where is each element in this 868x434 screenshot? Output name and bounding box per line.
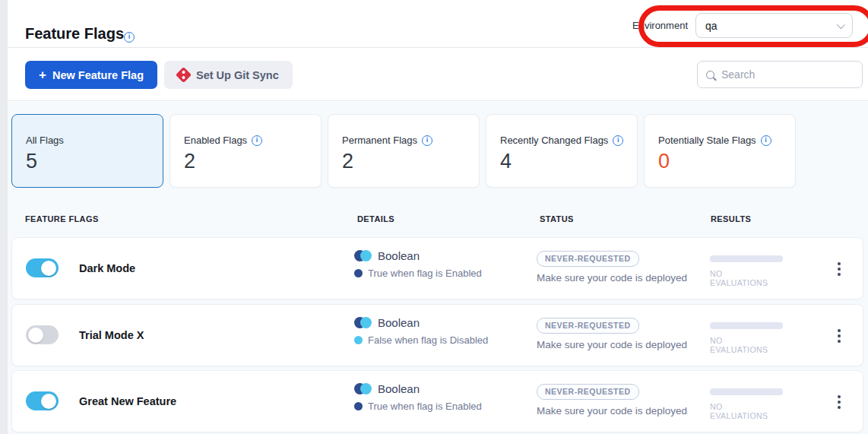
flag-details: Boolean True when flag is Enabled: [354, 382, 482, 412]
flag-rule: True when flag is Enabled: [368, 401, 482, 412]
results-label: NO EVALUATIONS: [710, 336, 783, 354]
column-header-details: DETAILS: [357, 214, 394, 223]
chevron-down-icon: [837, 20, 845, 28]
stat-card-value: 2: [342, 150, 479, 173]
info-icon[interactable]: [422, 135, 432, 146]
stat-card-permanent-flags[interactable]: Permanent Flags 2: [328, 114, 480, 188]
flag-results: NO EVALUATIONS: [710, 322, 783, 354]
boolean-circles-icon: [354, 250, 372, 261]
status-badge: NEVER-REQUESTED: [537, 251, 639, 267]
kebab-menu-icon[interactable]: [832, 258, 847, 280]
stat-cards: All Flags 5 Enabled Flags 2 Permanent Fl…: [11, 114, 796, 188]
new-feature-flag-button[interactable]: New Feature Flag: [25, 61, 157, 89]
results-label: NO EVALUATIONS: [710, 269, 783, 287]
setup-git-sync-label: Set Up Git Sync: [196, 69, 279, 81]
flag-status: NEVER-REQUESTED Make sure your code is d…: [537, 384, 687, 417]
info-icon[interactable]: [252, 135, 262, 146]
flag-results: NO EVALUATIONS: [710, 255, 783, 287]
flag-toggle[interactable]: [26, 391, 59, 410]
rule-dot-icon: [354, 336, 363, 344]
stat-card-potentially-stale-flags[interactable]: Potentially Stale Flags 0: [644, 114, 796, 188]
stat-card-label: Permanent Flags: [342, 135, 417, 146]
flag-name[interactable]: Great New Feature: [79, 395, 176, 407]
page-title: Feature Flags: [25, 25, 124, 43]
flag-status: NEVER-REQUESTED Make sure your code is d…: [537, 318, 687, 350]
table-row: Trial Mode X Boolean False when flag is …: [11, 304, 863, 366]
kebab-menu-icon[interactable]: [832, 325, 847, 347]
search-input[interactable]: [721, 68, 859, 81]
stat-card-value: 4: [500, 150, 637, 173]
info-icon[interactable]: [761, 135, 771, 146]
flag-type: Boolean: [378, 316, 420, 329]
left-edge-strip: [0, 0, 8, 434]
flag-type: Boolean: [378, 382, 420, 395]
stat-card-label: Enabled Flags: [184, 135, 247, 146]
kebab-menu-icon[interactable]: [832, 391, 847, 413]
stat-card-all-flags[interactable]: All Flags 5: [11, 114, 163, 188]
stat-card-enabled-flags[interactable]: Enabled Flags 2: [169, 114, 322, 188]
stat-card-label: Recently Changed Flags: [500, 135, 608, 146]
setup-git-sync-button[interactable]: Set Up Git Sync: [164, 61, 293, 89]
stat-card-value: 2: [184, 150, 321, 173]
flag-details: Boolean True when flag is Enabled: [354, 249, 482, 279]
page-header: Feature Flags Environment qa: [8, 0, 868, 48]
flag-status: NEVER-REQUESTED Make sure your code is d…: [537, 251, 687, 284]
results-bar: [710, 322, 783, 329]
status-note: Make sure your code is deployed: [537, 405, 687, 417]
table-row: Great New Feature Boolean True when flag…: [11, 370, 863, 432]
results-label: NO EVALUATIONS: [710, 402, 783, 420]
boolean-circles-icon: [354, 383, 372, 394]
status-note: Make sure your code is deployed: [537, 339, 687, 350]
feature-flags-page: Feature Flags Environment qa New Feature…: [0, 0, 868, 434]
flag-details: Boolean False when flag is Disabled: [354, 316, 488, 346]
environment-select[interactable]: qa: [695, 13, 853, 38]
rule-dot-icon: [354, 269, 363, 277]
new-feature-flag-label: New Feature Flag: [52, 69, 144, 81]
info-icon[interactable]: [613, 135, 623, 146]
results-bar: [710, 388, 783, 395]
info-icon[interactable]: [124, 32, 135, 43]
plus-icon: [39, 68, 46, 83]
table-header: FEATURE FLAGS DETAILS STATUS RESULTS: [8, 205, 868, 236]
status-badge: NEVER-REQUESTED: [537, 318, 639, 334]
stat-card-recently-changed-flags[interactable]: Recently Changed Flags 4: [486, 114, 638, 188]
column-header-status: STATUS: [540, 214, 574, 223]
search-box: [697, 61, 863, 88]
table-row: Dark Mode Boolean True when flag is Enab…: [11, 237, 863, 299]
status-note: Make sure your code is deployed: [537, 272, 687, 284]
rule-dot-icon: [354, 402, 363, 410]
status-badge: NEVER-REQUESTED: [537, 384, 639, 400]
flag-type: Boolean: [378, 249, 420, 262]
flag-rule: True when flag is Enabled: [368, 268, 482, 279]
git-diamond-icon: [176, 67, 192, 83]
stat-card-value: 0: [658, 150, 795, 173]
flag-toggle[interactable]: [26, 258, 59, 277]
flag-results: NO EVALUATIONS: [710, 388, 783, 420]
stat-card-value: 5: [26, 150, 163, 173]
column-header-feature-flags: FEATURE FLAGS: [25, 214, 99, 223]
stat-card-label: Potentially Stale Flags: [658, 135, 756, 146]
flag-toggle[interactable]: [26, 325, 59, 344]
flag-name[interactable]: Dark Mode: [79, 262, 135, 274]
content-area: All Flags 5 Enabled Flags 2 Permanent Fl…: [8, 102, 868, 434]
stat-card-label: All Flags: [26, 135, 64, 146]
column-header-results: RESULTS: [711, 214, 751, 223]
results-bar: [710, 255, 783, 262]
search-icon: [706, 71, 714, 79]
environment-value: qa: [705, 20, 718, 32]
flag-rule: False when flag is Disabled: [368, 334, 488, 346]
flag-name[interactable]: Trial Mode X: [79, 329, 144, 341]
toolbar: New Feature Flag Set Up Git Sync: [8, 49, 868, 101]
environment-selector-group: Environment qa: [632, 13, 853, 38]
environment-label: Environment: [632, 20, 688, 31]
boolean-circles-icon: [354, 317, 372, 328]
